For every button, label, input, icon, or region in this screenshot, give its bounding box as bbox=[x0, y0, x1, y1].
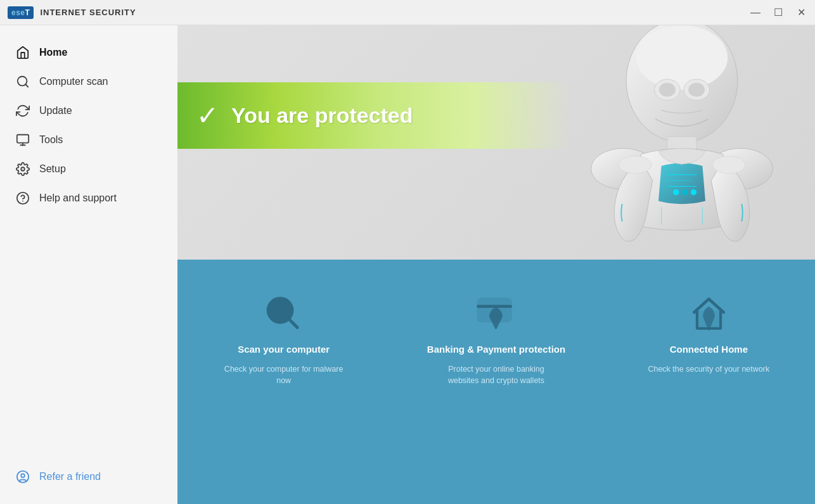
feature-home-desc: Check the security of your network bbox=[648, 363, 769, 375]
feature-banking-desc: Protect your online banking websites and… bbox=[433, 363, 560, 387]
sidebar-item-home[interactable]: Home bbox=[0, 38, 177, 67]
robot-container bbox=[549, 25, 815, 260]
home-icon bbox=[15, 46, 30, 60]
svg-point-25 bbox=[619, 156, 651, 173]
svg-point-11 bbox=[636, 25, 728, 90]
sidebar-item-help[interactable]: Help and support bbox=[0, 184, 177, 213]
sidebar-item-help-label: Help and support bbox=[39, 192, 117, 204]
sidebar-nav: Home Computer scan bbox=[0, 38, 177, 213]
protected-banner: ✓ You are protected bbox=[177, 82, 570, 149]
title-bar: eseT INTERNET SECURITY — ☐ ✕ bbox=[0, 0, 815, 25]
sidebar-item-computer-scan[interactable]: Computer scan bbox=[0, 67, 177, 96]
svg-point-24 bbox=[691, 189, 696, 195]
main-content: ✓ You are protected Scan your computer C… bbox=[177, 25, 815, 504]
svg-rect-2 bbox=[17, 135, 29, 143]
sidebar-item-tools[interactable]: Tools bbox=[0, 125, 177, 154]
svg-point-23 bbox=[682, 189, 688, 195]
svg-point-5 bbox=[21, 167, 25, 171]
app-body: Home Computer scan bbox=[0, 25, 815, 504]
protected-text: You are protected bbox=[231, 103, 413, 128]
feature-home[interactable]: Connected Home Check the security of you… bbox=[603, 291, 815, 375]
sidebar-item-tools-label: Tools bbox=[39, 134, 63, 146]
svg-point-26 bbox=[712, 156, 745, 173]
feature-scan-title: Scan your computer bbox=[238, 343, 330, 356]
title-bar-left: eseT INTERNET SECURITY bbox=[8, 6, 136, 19]
sidebar-item-update[interactable]: Update bbox=[0, 96, 177, 125]
sidebar-item-setup-label: Setup bbox=[39, 163, 66, 175]
home-feature-icon bbox=[686, 291, 731, 336]
sidebar-item-refer[interactable]: Refer a friend bbox=[15, 462, 162, 491]
gift-icon bbox=[15, 470, 30, 484]
close-button[interactable]: ✕ bbox=[795, 6, 807, 19]
sidebar-item-home-label: Home bbox=[39, 47, 67, 58]
sidebar-item-setup[interactable]: Setup bbox=[0, 154, 177, 184]
app-title: INTERNET SECURITY bbox=[40, 8, 136, 17]
tools-icon bbox=[15, 133, 30, 147]
gear-icon bbox=[15, 162, 30, 176]
hero-section: ✓ You are protected bbox=[177, 25, 815, 260]
features-section: Scan your computer Check your computer f… bbox=[177, 260, 815, 504]
svg-point-15 bbox=[688, 83, 705, 97]
svg-line-1 bbox=[25, 84, 28, 87]
minimize-button[interactable]: — bbox=[749, 6, 762, 19]
svg-point-22 bbox=[673, 189, 679, 195]
sidebar: Home Computer scan bbox=[0, 25, 177, 504]
sidebar-item-update-label: Update bbox=[39, 105, 72, 117]
help-icon bbox=[15, 191, 30, 205]
svg-line-30 bbox=[289, 318, 298, 327]
maximize-button[interactable]: ☐ bbox=[772, 6, 785, 19]
sidebar-item-scan-label: Computer scan bbox=[39, 76, 108, 87]
feature-scan[interactable]: Scan your computer Check your computer f… bbox=[177, 291, 390, 387]
feature-scan-desc: Check your computer for malware now bbox=[221, 363, 347, 387]
sidebar-item-refer-label: Refer a friend bbox=[39, 471, 101, 482]
scan-feature-icon bbox=[262, 291, 306, 336]
svg-point-9 bbox=[21, 474, 25, 477]
check-icon: ✓ bbox=[196, 103, 219, 129]
update-icon bbox=[15, 104, 30, 118]
feature-home-title: Connected Home bbox=[670, 343, 748, 356]
title-bar-controls: — ☐ ✕ bbox=[749, 6, 807, 19]
svg-point-14 bbox=[659, 83, 676, 97]
feature-banking[interactable]: Banking & Payment protection Protect you… bbox=[390, 291, 602, 387]
feature-banking-title: Banking & Payment protection bbox=[427, 343, 565, 356]
eset-logo: eseT bbox=[8, 6, 34, 19]
search-icon bbox=[15, 75, 30, 89]
banking-feature-icon bbox=[474, 291, 518, 336]
sidebar-footer: Refer a friend bbox=[0, 462, 177, 491]
eset-badge: eseT bbox=[8, 6, 34, 19]
